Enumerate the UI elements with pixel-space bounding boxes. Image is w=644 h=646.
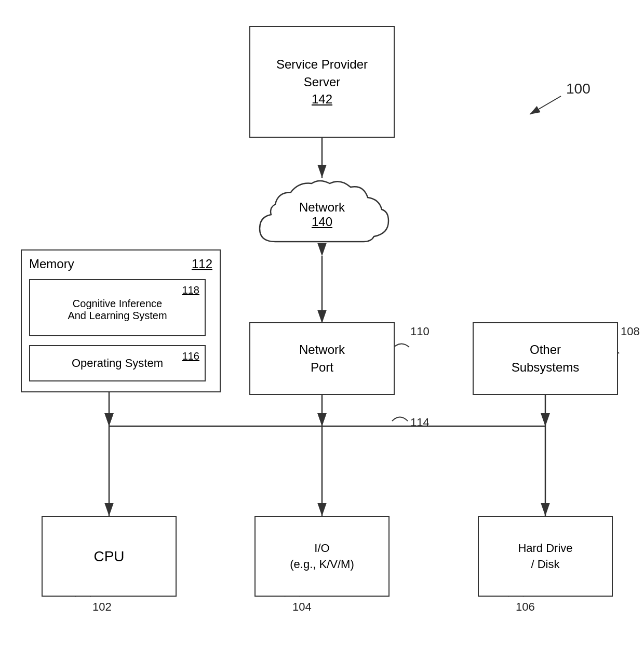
hard-drive-ref: 106 (516, 600, 535, 614)
network-label: Network (299, 200, 345, 214)
io-box: I/O (e.g., K/V/M) (254, 516, 390, 597)
network-port-ref: 110 (410, 325, 430, 338)
network-port-box: Network Port (249, 322, 395, 395)
os-box: Operating System 116 (29, 345, 206, 381)
other-subsystems-ref: 108 (621, 325, 640, 338)
cpu-label: CPU (93, 546, 124, 566)
network-ref: 140 (312, 215, 332, 229)
memory-outer-box: Memory 112 118 Cognitive Inference And L… (21, 249, 221, 392)
service-provider-box: Service Provider Server 142 (249, 26, 395, 138)
svg-line-15 (530, 96, 561, 114)
cpu-ref: 102 (92, 600, 112, 614)
cognitive-inference-box: 118 Cognitive Inference And Learning Sys… (29, 279, 206, 336)
hard-drive-label: Hard Drive / Disk (518, 540, 572, 573)
cognitive-label: Cognitive Inference And Learning System (68, 298, 167, 321)
diagram-ref: 100 (566, 81, 591, 97)
network-port-label: Network Port (299, 342, 345, 374)
hard-drive-box: Hard Drive / Disk (478, 516, 613, 597)
io-label: I/O (e.g., K/V/M) (290, 540, 354, 573)
diagram: Service Provider Server 142 Network 140 … (0, 0, 644, 646)
network-cloud: Network 140 (249, 174, 395, 260)
memory-ref: 112 (192, 257, 212, 271)
cpu-box: CPU (42, 516, 177, 597)
os-label: Operating System (72, 357, 163, 370)
service-provider-label: Service Provider Server (276, 57, 368, 89)
other-subsystems-label: Other Subsystems (512, 342, 580, 374)
memory-label: Memory (29, 257, 74, 271)
service-provider-ref: 142 (312, 92, 332, 106)
io-ref: 104 (292, 600, 312, 614)
os-ref: 116 (182, 350, 199, 362)
bus-ref: 114 (410, 416, 430, 429)
other-subsystems-box: Other Subsystems (473, 322, 618, 395)
cognitive-ref: 118 (182, 284, 199, 296)
